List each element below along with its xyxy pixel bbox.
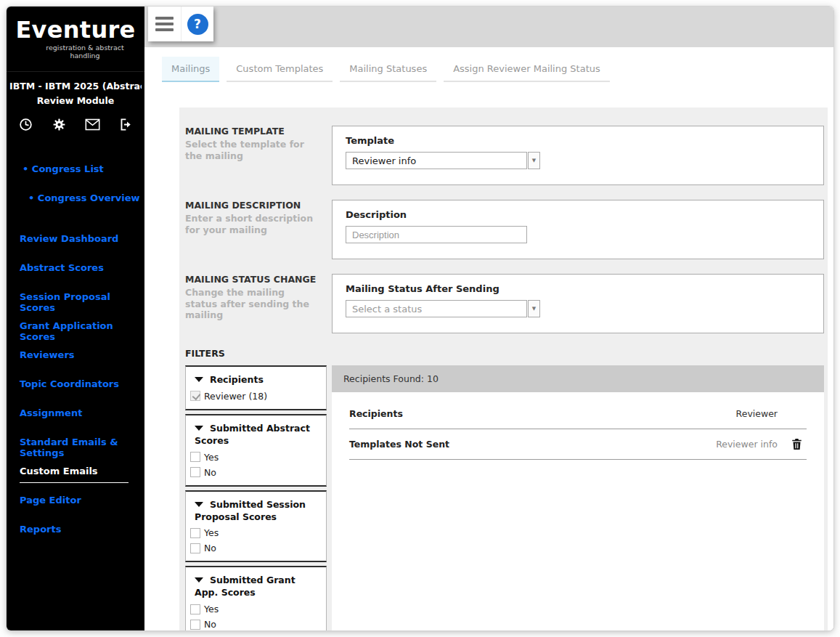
sidebar-item-assignment[interactable]: Assignment	[7, 407, 144, 437]
checkbox-grant-yes[interactable]	[190, 604, 200, 614]
checkbox-abstract-yes[interactable]	[190, 452, 200, 462]
sidebar-item-congress-overview[interactable]: Congress Overview	[7, 192, 144, 222]
filter-group-header[interactable]: Submitted Session Proposal Scores	[190, 499, 322, 524]
sidebar-item-grant-application-scores[interactable]: Grant Application Scores	[7, 320, 144, 349]
nav-link-label: Custom Emails	[20, 466, 129, 483]
filter-option-label: No	[204, 543, 216, 553]
description-panel: Description	[332, 200, 824, 259]
filter-option-label: No	[204, 467, 216, 478]
sidebar-item-custom-emails[interactable]: Custom Emails	[7, 466, 144, 495]
congress-overview-link[interactable]: Congress Overview	[28, 192, 140, 203]
status-field-label: Mailing Status After Sending	[346, 283, 810, 294]
filter-group-title: Recipients	[210, 374, 264, 385]
nav-link[interactable]: Grant Application Scores	[20, 320, 113, 342]
sidebar-item-reports[interactable]: Reports	[7, 524, 144, 553]
tab-bar: Mailings Custom Templates Mailing Status…	[162, 57, 833, 82]
tab-mailing-statuses[interactable]: Mailing Statuses	[340, 57, 436, 82]
sidebar-item-congress-list[interactable]: Congress List	[7, 163, 144, 192]
help-button[interactable]: ?	[181, 7, 213, 41]
congress-list-link[interactable]: Congress List	[23, 163, 104, 174]
menu-toggle-button[interactable]	[148, 7, 181, 41]
filter-option-label: Yes	[204, 527, 219, 538]
section-mailing-description: MAILING DESCRIPTION Enter a short descri…	[185, 200, 824, 259]
filter-group-recipients: Recipients Reviewer (18)	[185, 365, 327, 410]
description-field-label: Description	[346, 209, 810, 220]
tab-assign-reviewer-mailing-status[interactable]: Assign Reviewer Mailing Status	[444, 57, 610, 82]
checkbox-grant-no[interactable]	[190, 620, 200, 630]
filters-column: Recipients Reviewer (18) Submitted Abstr…	[185, 365, 327, 630]
section-mailing-template: MAILING TEMPLATE Select the template for…	[185, 126, 824, 185]
caret-down-icon	[195, 502, 203, 507]
congress-header: IBTM - IBTM 2025 (Abstracts & Par... Rev…	[7, 81, 144, 106]
content-panel: Mailings Custom Templates Mailing Status…	[144, 47, 833, 630]
status-change-panel: Mailing Status After Sending Select a st…	[332, 274, 824, 333]
tab-mailings[interactable]: Mailings	[162, 57, 219, 82]
gear-icon[interactable]	[51, 117, 67, 133]
template-field-label: Template	[346, 135, 810, 146]
tab-custom-templates[interactable]: Custom Templates	[227, 57, 333, 82]
status-select-value[interactable]: Select a status	[346, 300, 527, 317]
filter-group-header[interactable]: Submitted Grant App. Scores	[190, 575, 322, 599]
filter-option: Yes	[190, 604, 322, 614]
sidebar-item-abstract-scores[interactable]: Abstract Scores	[7, 262, 144, 291]
nav-link[interactable]: Page Editor	[20, 495, 81, 506]
chevron-down-icon[interactable]	[528, 152, 540, 169]
chevron-down-icon[interactable]	[528, 300, 540, 317]
sidebar-item-reviewers[interactable]: Reviewers	[7, 349, 144, 378]
column-header-reviewer: Reviewer	[736, 408, 778, 419]
congress-module: Review Module	[9, 95, 142, 106]
filter-option-label: Reviewer (18)	[204, 391, 267, 402]
template-select[interactable]: Reviewer info	[346, 152, 810, 169]
checkbox-abstract-no[interactable]	[190, 467, 200, 477]
filter-group-header[interactable]: Recipients	[190, 374, 322, 386]
congress-title: IBTM - IBTM 2025 (Abstracts & Par...	[9, 81, 142, 92]
sidebar-item-page-editor[interactable]: Page Editor	[7, 495, 144, 524]
filter-group-title: Submitted Abstract Scores	[195, 423, 310, 446]
filter-option-label: Yes	[204, 452, 219, 463]
sidebar-item-standard-emails-settings[interactable]: Standard Emails & Settings	[7, 437, 144, 466]
sidebar-item-session-proposal-scores[interactable]: Session Proposal Scores	[7, 291, 144, 320]
top-strip	[144, 7, 833, 47]
nav-link[interactable]: Reviewers	[20, 349, 75, 360]
history-clock-icon[interactable]	[17, 117, 33, 133]
caret-down-icon	[195, 377, 203, 382]
filter-group-submitted-session-proposal-scores: Submitted Session Proposal Scores Yes No	[185, 490, 327, 563]
template-select-value[interactable]: Reviewer info	[346, 152, 527, 169]
nav-link[interactable]: Topic Coordinators	[20, 378, 119, 389]
nav-link[interactable]: Assignment	[20, 407, 82, 418]
section-subtext: Select the template for the mailing	[185, 139, 319, 161]
row-recipients-value: Templates Not Sent	[349, 439, 716, 450]
envelope-icon[interactable]	[84, 117, 100, 133]
nav-link[interactable]: Review Dashboard	[20, 233, 118, 244]
filter-option: Yes	[190, 452, 322, 463]
brand-logo: Eventure registration & abstract handlin…	[7, 7, 144, 72]
section-label: MAILING TEMPLATE Select the template for…	[185, 126, 332, 185]
hamburger-icon	[155, 17, 174, 31]
nav-link[interactable]: Abstract Scores	[20, 262, 104, 273]
sidebar-item-review-dashboard[interactable]: Review Dashboard	[7, 233, 144, 262]
sidebar-item-topic-coordinators[interactable]: Topic Coordinators	[7, 378, 144, 407]
nav-link[interactable]: Standard Emails & Settings	[20, 437, 118, 458]
checkbox-reviewer-18	[190, 391, 200, 401]
nav-link[interactable]: Session Proposal Scores	[20, 291, 110, 313]
section-heading: MAILING TEMPLATE	[185, 126, 319, 137]
logout-icon[interactable]	[118, 117, 134, 133]
nav-link[interactable]: Reports	[20, 524, 61, 535]
status-select[interactable]: Select a status	[346, 300, 810, 317]
section-label: MAILING STATUS CHANGE Change the mailing…	[185, 274, 332, 333]
filter-group-header[interactable]: Submitted Abstract Scores	[190, 423, 322, 447]
filter-group-submitted-grant-app-scores: Submitted Grant App. Scores Yes No	[185, 566, 327, 630]
filter-group-submitted-abstract-scores: Submitted Abstract Scores Yes No	[185, 414, 327, 487]
column-header-recipients: Recipients	[349, 408, 736, 419]
filter-option: Reviewer (18)	[190, 391, 322, 402]
nav-link-active[interactable]: Custom Emails	[20, 466, 129, 476]
description-input[interactable]	[346, 226, 527, 243]
app-window: Eventure registration & abstract handlin…	[7, 7, 833, 630]
caret-down-icon	[195, 426, 203, 431]
checkbox-session-yes[interactable]	[190, 528, 200, 538]
template-panel: Template Reviewer info	[332, 126, 824, 185]
checkbox-session-no[interactable]	[190, 543, 200, 553]
delete-row-button[interactable]	[791, 438, 802, 450]
mailings-form: MAILING TEMPLATE Select the template for…	[179, 107, 828, 630]
section-label: MAILING DESCRIPTION Enter a short descri…	[185, 200, 332, 259]
